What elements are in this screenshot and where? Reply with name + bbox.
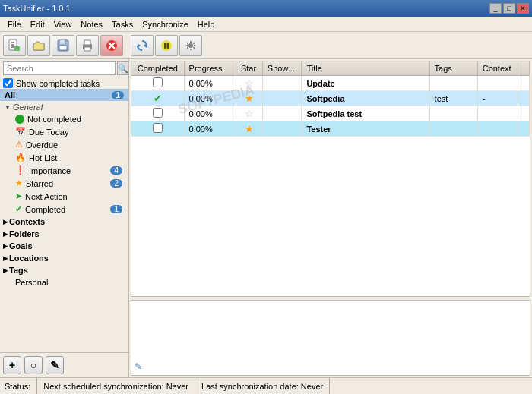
main-content: 🔍 Show completed tasks All 1 ▼ General N… bbox=[0, 59, 532, 377]
row-title-cell[interactable]: Softpedia test bbox=[302, 106, 429, 121]
completed-checkbox[interactable] bbox=[153, 123, 163, 133]
task-table: Completed Progress Star Show... Title Ta… bbox=[131, 61, 530, 137]
row-star-cell[interactable]: ☆ bbox=[236, 106, 262, 121]
row-tags-cell bbox=[429, 76, 477, 91]
row-extra-cell bbox=[518, 91, 530, 106]
folders-expand-icon: ▶ bbox=[3, 231, 8, 238]
star-icon[interactable]: ☆ bbox=[245, 108, 254, 119]
goals-label: Goals bbox=[9, 241, 33, 251]
sidebar-item-next-action[interactable]: ➤ Next Action bbox=[0, 190, 128, 203]
edit-button[interactable]: ✎ bbox=[46, 356, 64, 374]
svg-text:+: + bbox=[15, 46, 18, 51]
window-controls[interactable]: _ □ ✕ bbox=[489, 3, 529, 14]
row-star-cell[interactable]: ★ bbox=[236, 121, 262, 137]
menu-notes[interactable]: Notes bbox=[76, 19, 107, 30]
sidebar-item-hot-list[interactable]: 🔥 Hot List bbox=[0, 151, 128, 164]
row-completed-cell[interactable] bbox=[131, 106, 184, 121]
svg-point-18 bbox=[161, 40, 172, 51]
pause-button[interactable] bbox=[155, 35, 178, 56]
menu-synchronize[interactable]: Synchronize bbox=[138, 19, 193, 30]
sidebar: 🔍 Show completed tasks All 1 ▼ General N… bbox=[0, 59, 129, 377]
sync-button[interactable] bbox=[131, 35, 154, 56]
circle-button[interactable]: ○ bbox=[24, 356, 43, 374]
sidebar-item-completed[interactable]: ✔ Completed 1 bbox=[0, 203, 128, 216]
menu-edit[interactable]: Edit bbox=[26, 19, 49, 30]
show-completed-checkbox[interactable] bbox=[3, 78, 13, 88]
svg-point-21 bbox=[188, 43, 193, 48]
contexts-expand-icon: ▶ bbox=[3, 219, 8, 225]
star-icon[interactable]: ☆ bbox=[245, 77, 254, 89]
sidebar-item-importance[interactable]: ❗ Importance 4 bbox=[0, 164, 128, 177]
menu-file[interactable]: File bbox=[3, 19, 26, 30]
open-button[interactable] bbox=[27, 35, 50, 56]
col-completed[interactable]: Completed bbox=[131, 61, 184, 76]
search-input[interactable] bbox=[3, 61, 116, 75]
sidebar-item-tags[interactable]: ▶ Tags bbox=[0, 264, 128, 276]
add-button[interactable]: + bbox=[3, 356, 21, 374]
col-star[interactable]: Star bbox=[236, 61, 262, 76]
notes-area[interactable]: ✎ bbox=[131, 300, 530, 376]
menu-view[interactable]: View bbox=[49, 19, 77, 30]
importance-icon: ❗ bbox=[15, 165, 26, 175]
row-title-cell[interactable]: Tester bbox=[302, 121, 429, 137]
sidebar-item-goals[interactable]: ▶ Goals bbox=[0, 240, 128, 252]
settings-button[interactable] bbox=[179, 35, 202, 56]
sidebar-item-not-completed[interactable]: Not completed bbox=[0, 113, 128, 125]
minimize-button[interactable]: _ bbox=[489, 3, 502, 14]
row-context-cell bbox=[477, 106, 518, 121]
status-text: Status: bbox=[5, 382, 30, 391]
row-extra-cell bbox=[518, 106, 530, 121]
print-button[interactable] bbox=[76, 35, 99, 56]
row-progress-cell: 0.00% bbox=[184, 106, 236, 121]
due-today-icon: 📅 bbox=[15, 127, 26, 137]
new-task-button[interactable]: + bbox=[3, 35, 26, 56]
sidebar-item-all[interactable]: All 1 bbox=[0, 89, 128, 101]
notes-edit-icon[interactable]: ✎ bbox=[135, 361, 142, 372]
row-show-cell bbox=[262, 91, 302, 106]
due-today-label: Due Today bbox=[29, 128, 122, 137]
completed-checkbox[interactable] bbox=[153, 77, 163, 87]
not-completed-icon bbox=[15, 115, 24, 124]
close-button[interactable]: ✕ bbox=[517, 3, 529, 14]
save-button[interactable] bbox=[52, 35, 74, 56]
row-completed-cell[interactable] bbox=[131, 121, 184, 137]
col-title[interactable]: Title bbox=[302, 61, 429, 76]
sidebar-section-general[interactable]: ▼ General bbox=[0, 101, 128, 113]
row-star-cell[interactable]: ☆ bbox=[236, 76, 262, 91]
not-completed-label: Not completed bbox=[27, 115, 122, 124]
col-context[interactable]: Context bbox=[477, 61, 518, 76]
menu-help[interactable]: Help bbox=[193, 19, 220, 30]
maximize-button[interactable]: □ bbox=[503, 3, 515, 14]
row-title-cell[interactable]: Softpedia bbox=[302, 91, 429, 106]
col-progress[interactable]: Progress bbox=[184, 61, 236, 76]
row-tags-cell bbox=[429, 121, 477, 137]
star-icon[interactable]: ★ bbox=[245, 93, 254, 104]
star-icon[interactable]: ★ bbox=[245, 123, 254, 134]
col-show[interactable]: Show... bbox=[262, 61, 302, 76]
row-star-cell[interactable]: ★ bbox=[236, 91, 262, 106]
completed-checkbox[interactable] bbox=[153, 108, 163, 118]
row-tags-cell bbox=[429, 106, 477, 121]
task-table-container[interactable]: SOFTPEDIA Completed Progress Star Show..… bbox=[131, 61, 530, 297]
row-title-cell[interactable]: Update bbox=[302, 76, 429, 91]
delete-button[interactable] bbox=[100, 35, 123, 56]
completed-icon: ✔ bbox=[15, 204, 22, 214]
col-tags[interactable]: Tags bbox=[429, 61, 477, 76]
locations-expand-icon: ▶ bbox=[3, 255, 8, 262]
row-completed-cell[interactable]: ✔ bbox=[131, 91, 184, 106]
col-extra[interactable] bbox=[518, 61, 530, 76]
sidebar-item-due-today[interactable]: 📅 Due Today bbox=[0, 125, 128, 138]
sidebar-item-overdue[interactable]: ⚠ Overdue bbox=[0, 138, 128, 151]
sidebar-item-locations[interactable]: ▶ Locations bbox=[0, 252, 128, 264]
search-button[interactable]: 🔍 bbox=[117, 61, 129, 75]
all-label: All bbox=[5, 90, 15, 99]
menu-tasks[interactable]: Tasks bbox=[107, 19, 138, 30]
sidebar-item-starred[interactable]: ★ Starred 2 bbox=[0, 177, 128, 190]
sidebar-item-personal[interactable]: Personal bbox=[0, 276, 128, 288]
sidebar-item-contexts[interactable]: ▶ Contexts bbox=[0, 216, 128, 228]
svg-rect-11 bbox=[84, 40, 90, 45]
row-completed-cell[interactable] bbox=[131, 76, 184, 91]
row-show-cell bbox=[262, 76, 302, 91]
sidebar-item-folders[interactable]: ▶ Folders bbox=[0, 228, 128, 240]
row-context-cell bbox=[477, 121, 518, 137]
